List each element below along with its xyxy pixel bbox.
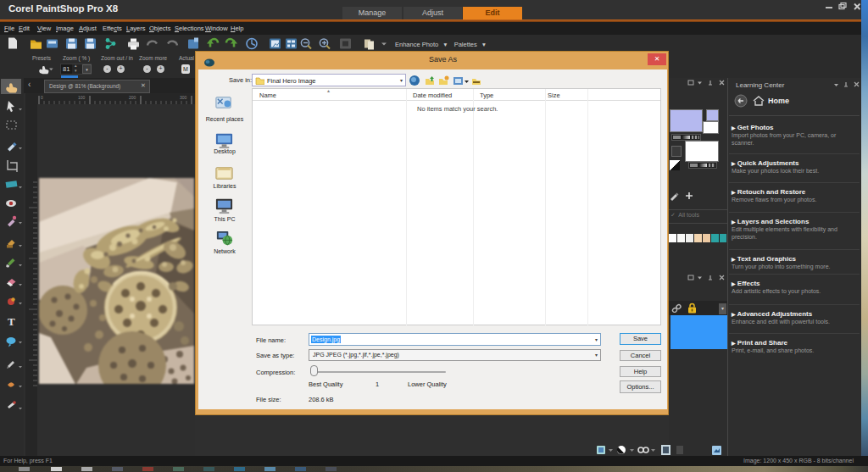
svg-text:100: 100 xyxy=(78,95,86,100)
svg-text:200: 200 xyxy=(129,95,136,100)
svg-text:0: 0 xyxy=(41,95,43,100)
svg-text:300: 300 xyxy=(180,95,187,100)
svg-text:T: T xyxy=(8,315,15,328)
